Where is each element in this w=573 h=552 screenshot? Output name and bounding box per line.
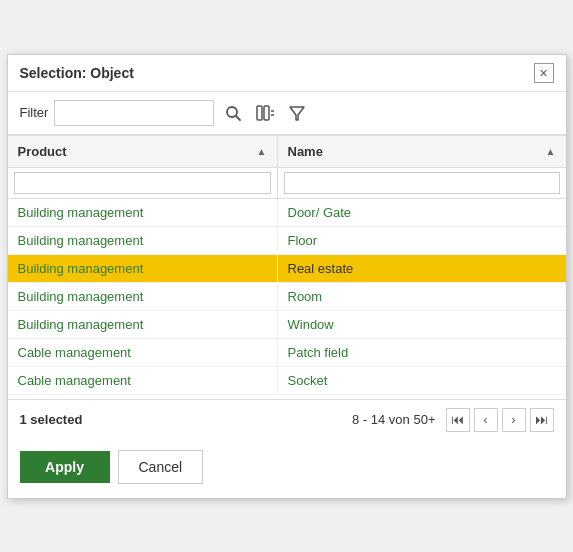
apply-button[interactable]: Apply bbox=[20, 451, 110, 483]
dialog-header: Selection: Object × bbox=[8, 55, 566, 92]
cell-name: Socket bbox=[278, 367, 566, 394]
table-row[interactable]: Building managementReal estate bbox=[8, 255, 566, 283]
cell-product: Cable management bbox=[8, 339, 278, 366]
close-button[interactable]: × bbox=[534, 63, 554, 83]
table-row[interactable]: Building managementWindow bbox=[8, 311, 566, 339]
cell-name: Room bbox=[278, 283, 566, 310]
filter-bar: Filter bbox=[8, 92, 566, 135]
column-filter-row bbox=[8, 168, 566, 199]
columns-icon[interactable] bbox=[252, 100, 278, 126]
table-row[interactable]: Cable managementPatch field bbox=[8, 339, 566, 367]
filter-icon[interactable] bbox=[284, 100, 310, 126]
cell-product: Building management bbox=[8, 283, 278, 310]
sort-name-icon: ▲ bbox=[546, 146, 556, 157]
name-filter-input[interactable] bbox=[284, 172, 560, 194]
pagination: 8 - 14 von 50+ ⏮ ‹ › ⏭ bbox=[352, 408, 553, 432]
table-row[interactable]: Building managementRoom bbox=[8, 283, 566, 311]
name-filter-col bbox=[278, 168, 566, 198]
table-row[interactable]: Cable managementSocket bbox=[8, 367, 566, 395]
selection-dialog: Selection: Object × Filter bbox=[7, 54, 567, 499]
cancel-button[interactable]: Cancel bbox=[118, 450, 204, 484]
filter-input[interactable] bbox=[54, 100, 214, 126]
cell-product: Cable management bbox=[8, 367, 278, 394]
last-page-button[interactable]: ⏭ bbox=[530, 408, 554, 432]
svg-line-1 bbox=[236, 116, 240, 120]
dialog-title: Selection: Object bbox=[20, 65, 134, 81]
product-filter-col bbox=[8, 168, 278, 198]
pagination-info: 8 - 14 von 50+ bbox=[352, 412, 435, 427]
action-bar: Apply Cancel bbox=[8, 440, 566, 498]
cell-product: Building management bbox=[8, 199, 278, 226]
column-header-name[interactable]: Name ▲ bbox=[278, 136, 566, 167]
cell-name: Patch field bbox=[278, 339, 566, 366]
first-page-button[interactable]: ⏮ bbox=[446, 408, 470, 432]
svg-marker-6 bbox=[290, 107, 304, 120]
table-row[interactable]: Building managementFloor bbox=[8, 227, 566, 255]
cell-product: Building management bbox=[8, 227, 278, 254]
column-header-product[interactable]: Product ▲ bbox=[8, 136, 278, 167]
filter-label: Filter bbox=[20, 105, 49, 120]
next-page-button[interactable]: › bbox=[502, 408, 526, 432]
table-body: Building managementDoor/ GateBuilding ma… bbox=[8, 199, 566, 395]
cell-product: Building management bbox=[8, 311, 278, 338]
svg-rect-3 bbox=[264, 106, 269, 120]
search-icon[interactable] bbox=[220, 100, 246, 126]
data-table: Product ▲ Name ▲ Building managementDoor… bbox=[8, 135, 566, 395]
selected-count: 1 selected bbox=[20, 412, 83, 427]
cell-product: Building management bbox=[8, 255, 278, 282]
table-footer: 1 selected 8 - 14 von 50+ ⏮ ‹ › ⏭ bbox=[8, 399, 566, 440]
cell-name: Door/ Gate bbox=[278, 199, 566, 226]
cell-name: Window bbox=[278, 311, 566, 338]
cell-name: Floor bbox=[278, 227, 566, 254]
cell-name: Real estate bbox=[278, 255, 566, 282]
product-filter-input[interactable] bbox=[14, 172, 271, 194]
table-row[interactable]: Building managementDoor/ Gate bbox=[8, 199, 566, 227]
prev-page-button[interactable]: ‹ bbox=[474, 408, 498, 432]
sort-product-icon: ▲ bbox=[257, 146, 267, 157]
table-header: Product ▲ Name ▲ bbox=[8, 135, 566, 168]
svg-rect-2 bbox=[257, 106, 262, 120]
